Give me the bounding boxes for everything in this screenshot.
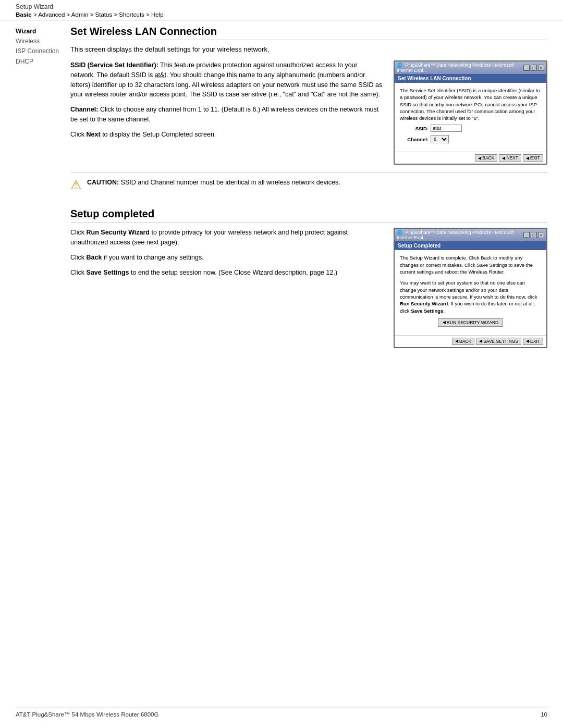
wireless-browser-window: 🌐 Plug&Share™ Data Networking Products -… [394,60,547,165]
exit-button-setup[interactable]: ◀ EXIT [523,338,543,345]
channel-paragraph: Channel: Click to choose any channel fro… [70,105,383,125]
browser-section-header: Set Wireless LAN Connection [395,74,546,83]
setup-exit-icon: ◀ [526,339,529,343]
caution-body: SSID and Channel number must be identica… [121,179,340,186]
browser-titlebar: 🌐 Plug&Share™ Data Networking Products -… [395,61,546,74]
save-settings-button[interactable]: ◀ SAVE SETTINGS [476,338,521,345]
ssid-form-row: SSID: [400,125,541,132]
setup-minimize-button[interactable]: _ [523,232,530,238]
setup-titlebar-buttons: _ □ × [523,232,544,238]
caution-bold: CAUTION: [87,179,119,186]
channel-label-bold: Channel: [70,106,98,113]
back-icon: ◀ [478,156,481,161]
exit-label: EXIT [530,155,540,161]
setup-body-text1: The Setup Wizard is complete. Click Back… [400,254,541,275]
browser-body: The Service Set Identifier (SSID) is a u… [395,83,546,147]
ssid-label-bold: SSID (Service Set Identifier): [70,61,158,69]
browser-body-text: The Service Set Identifier (SSID) is a u… [400,87,541,121]
setup-browser-buttons: ◀ BACK ◀ SAVE SETTINGS ◀ EXIT [395,335,546,347]
ssid-form-label: SSID: [400,125,429,132]
exit-button-wireless[interactable]: ◀ EXIT [523,154,543,162]
caution-icon: ⚠ [70,178,82,192]
back-bold: Back [87,254,102,261]
save-label: SAVE SETTINGS [483,339,518,344]
wireless-intro: This screen displays the default setting… [70,45,547,53]
next-word: Next [87,131,101,138]
setup-exit-label: EXIT [530,339,540,344]
click-next-paragraph: Click Next to display the Setup Complete… [70,130,383,140]
setup-maximize-button[interactable]: □ [531,232,537,238]
channel-body-text: Click to choose any channel from 1 to 11… [70,106,378,123]
footer-right: 10 [541,711,547,718]
setup-section-title: Setup completed [70,208,547,223]
setup-screenshot: 🌐 Plug&Share™ Data Networking Products -… [394,228,547,348]
security-label: RUN SECURITY WIZARD [447,320,499,325]
setup-text-col: Click Run Security Wizard to provide pri… [70,228,383,282]
main-content: Set Wireless LAN Connection This screen … [65,26,547,364]
setup-browser-body: The Setup Wizard is complete. Click Back… [395,250,546,330]
save-icon: ◀ [479,339,482,343]
sidebar-item-wireless[interactable]: Wireless [16,36,65,46]
sidebar-item-isp[interactable]: ISP Connection [16,46,65,56]
next-label: NEXT [506,155,518,161]
security-icon: ◀ [443,320,446,325]
setup-body-text2: You may want to set your system so that … [400,279,541,314]
para-back: Click Back if you want to change any set… [70,253,383,263]
maximize-button[interactable]: □ [531,65,537,71]
setup-browser-title: 🌐 Plug&Share™ Data Networking Products -… [397,230,523,240]
back-button-wireless[interactable]: ◀ BACK [475,154,497,162]
channel-form-row: Channel: 6 123 457 891011 [400,135,541,143]
save-bold: Save Settings [87,269,129,276]
breadcrumb-basic[interactable]: Basic [16,11,32,18]
browser-title-text: 🌐 Plug&Share™ Data Networking Products -… [397,63,523,73]
sidebar-item-dhcp[interactable]: DHCP [16,57,65,67]
ssid-paragraph: SSID (Service Set Identifier): This feat… [70,60,383,100]
setup-back-label: BACK [459,339,471,344]
wireless-section-title: Set Wireless LAN Connection [70,26,547,40]
setup-browser-header: Setup Completed [395,241,546,250]
setup-browser-window: 🌐 Plug&Share™ Data Networking Products -… [394,228,547,348]
setup-back-icon: ◀ [455,339,458,343]
next-icon: ◀ [502,156,505,161]
breadcrumb-shortcuts[interactable]: Shortcuts [119,11,144,18]
breadcrumb-help[interactable]: Help [151,11,164,18]
footer-left: AT&T Plug&Share™ 54 Mbps Wireless Router… [16,711,158,718]
caution-text: CAUTION: SSID and Channel number must be… [87,179,340,186]
back-button-setup[interactable]: ◀ BACK [452,338,474,345]
titlebar-buttons: _ □ × [523,65,544,71]
wireless-section: Set Wireless LAN Connection This screen … [70,26,547,192]
setup-browser-titlebar: 🌐 Plug&Share™ Data Networking Products -… [395,229,546,241]
run-security-wizard-button[interactable]: ◀ RUN SECURITY WIZARD [438,318,504,327]
setup-close-button[interactable]: × [538,232,544,238]
breadcrumb-status[interactable]: Status [95,11,113,18]
channel-select[interactable]: 6 123 457 891011 [431,135,449,143]
top-nav: Setup Wizard Basic > Advanced > Admin > … [0,0,563,20]
page-layout: Wizard Wireless ISP Connection DHCP Set … [0,20,563,369]
page-footer: AT&T Plug&Share™ 54 Mbps Wireless Router… [16,708,547,718]
wireless-text-col: SSID (Service Set Identifier): This feat… [70,60,383,144]
breadcrumb-admin[interactable]: Admin [71,11,89,18]
wireless-two-col: SSID (Service Set Identifier): This feat… [70,60,547,165]
next-button-wireless[interactable]: ◀ NEXT [499,154,521,162]
run-security-bold: Run Security Wizard [87,229,150,236]
breadcrumb: Basic > Advanced > Admin > Status > Shor… [16,11,547,18]
para-security-wizard: Click Run Security Wizard to provide pri… [70,228,383,248]
channel-form-label: Channel: [400,136,429,143]
wireless-screenshot: 🌐 Plug&Share™ Data Networking Products -… [394,60,547,165]
page-title: Setup Wizard [16,3,547,10]
setup-section: Setup completed Click Run Security Wizar… [70,208,547,348]
ssid-input[interactable] [431,125,462,132]
sidebar-item-wizard[interactable]: Wizard [16,27,65,36]
back-label: BACK [482,155,494,161]
minimize-button[interactable]: _ [523,65,530,71]
exit-icon: ◀ [526,156,529,161]
sidebar: Wizard Wireless ISP Connection DHCP [16,26,65,364]
close-button[interactable]: × [538,65,544,71]
wireless-browser-buttons: ◀ BACK ◀ NEXT ◀ EXIT [395,152,546,164]
setup-two-col: Click Run Security Wizard to provide pri… [70,228,547,348]
caution-box: ⚠ CAUTION: SSID and Channel number must … [70,172,547,192]
para-save: Click Save Settings to end the setup ses… [70,268,383,278]
breadcrumb-advanced[interactable]: Advanced [38,11,65,18]
